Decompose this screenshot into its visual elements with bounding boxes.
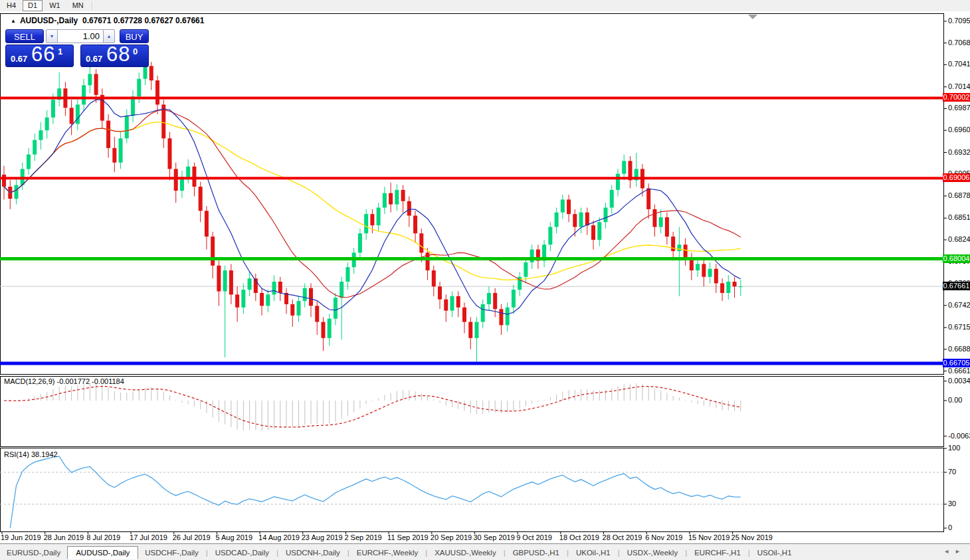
chart-tab-eurusd-daily[interactable]: EURUSD-,Daily (0, 547, 67, 559)
rsi-axis-label: 100 (948, 444, 960, 452)
macd-axis-label: -0.00637 (948, 432, 970, 440)
date-axis-label: 23 Aug 2019 (302, 533, 343, 541)
price-axis-label: 0.67150 (948, 323, 970, 331)
chart-symbol-label: AUDUSD-,Daily (20, 16, 78, 25)
price-axis-label: 0.68240 (948, 235, 970, 243)
rsi-axis-label: 30 (948, 500, 956, 508)
price-axis-label: 0.66880 (948, 345, 970, 353)
buy-price-prefix: 0.67 (86, 54, 102, 64)
rsi-axis-label: 0 (948, 523, 952, 531)
rsi-axis-label: 70 (948, 468, 956, 476)
date-axis-label: 28 Jun 2019 (44, 533, 84, 541)
date-axis-label: 19 Jun 2019 (1, 533, 41, 541)
timeframe-toolbar: H4 D1 W1 MN (0, 0, 970, 12)
timeframe-button-w1[interactable]: W1 (44, 0, 66, 11)
chart-tab-usdcnh-daily[interactable]: USDCNH-,Daily (279, 547, 347, 559)
price-axis-label: 0.69600 (948, 126, 970, 134)
volume-input[interactable]: 1.00 (58, 29, 103, 43)
chart-tab-usoil-h1[interactable]: USOil-,H1 (751, 547, 799, 559)
level-price-tag: 0.68004 (943, 254, 970, 263)
chart-title: ▲AUDUSD-,Daily 0.67671 0.67728 0.67627 0… (11, 16, 204, 25)
chart-tab-audusd-daily[interactable]: AUDUSD-,Daily (67, 546, 138, 559)
chart-tab-gbpusd-h1[interactable]: GBPUSD-,H1 (506, 547, 566, 559)
timeframe-button-d1[interactable]: D1 (23, 0, 43, 11)
chart-tab-xauusd-weekly[interactable]: XAUUSD-,Weekly (428, 547, 502, 559)
date-axis-label: 18 Oct 2019 (559, 533, 599, 541)
tab-scroll-right-icon[interactable]: ► (955, 548, 966, 555)
price-axis-label: 0.68785 (948, 191, 970, 199)
sell-price-sup: 1 (58, 47, 62, 56)
price-axis-label: 0.69325 (948, 148, 970, 156)
chart-tab-eurchf-h1[interactable]: EURCHF-,H1 (688, 547, 747, 559)
date-axis-label: 20 Sep 2019 (431, 533, 472, 541)
price-axis-label: 0.67425 (948, 301, 970, 309)
chart-tab-ukoil-h1[interactable]: UKOil-,H1 (569, 547, 617, 559)
price-axis-label: 0.69870 (948, 104, 970, 112)
chart-tab-usdcad-daily[interactable]: USDCAD-,Daily (209, 547, 276, 559)
timeframe-button-mn[interactable]: MN (67, 0, 89, 11)
buy-price-big: 68 (106, 43, 130, 66)
level-price-tag: 0.70002 (943, 93, 970, 102)
mt4-window: H4 D1 W1 MN ▲AUDUSD-,Daily 0.67671 0.677… (0, 0, 970, 560)
chart-expand-icon[interactable]: ▲ (11, 18, 16, 24)
chart-tab-bar: EURUSD-,DailyAUDUSD-,DailyUSDCHF-,Daily|… (0, 543, 970, 560)
date-axis-label: 2 Sep 2019 (344, 533, 381, 541)
date-axis-label: 5 Aug 2019 (215, 533, 252, 541)
price-axis-label: 0.70955 (948, 17, 970, 25)
macd-axis-label: 0.00 (948, 396, 962, 404)
tab-scroll-left-icon[interactable]: ◄ (943, 548, 955, 555)
chart-area: ▲AUDUSD-,Daily 0.67671 0.67728 0.67627 0… (0, 11, 970, 543)
macd-indicator-label: MACD(12,26,9) -0.001772 -0.001184 (4, 377, 124, 385)
date-axis-label: 8 Jul 2019 (86, 533, 120, 541)
price-axis-label: 0.70685 (948, 39, 970, 47)
price-axis-label: 0.70140 (948, 82, 970, 90)
date-axis-label: 9 Oct 2019 (516, 533, 552, 541)
chart-canvas[interactable] (0, 11, 970, 543)
chart-ohlc-values: 0.67671 0.67728 0.67627 0.67661 (82, 16, 205, 25)
date-axis-label: 6 Nov 2019 (645, 533, 682, 541)
volume-increase-icon[interactable]: ▲ (103, 29, 115, 43)
price-axis-label: 0.68510 (948, 213, 970, 221)
toolbar-separator (92, 1, 93, 10)
date-axis-label: 17 Jul 2019 (130, 533, 167, 541)
one-click-trading-widget: SELL ▼ 1.00 ▲ BUY 0.67 66 1 0.67 68 0 (5, 29, 149, 67)
date-axis-label: 11 Sep 2019 (387, 533, 429, 541)
date-axis-label: 15 Nov 2019 (688, 533, 729, 541)
timeframe-button-h4[interactable]: H4 (1, 0, 21, 11)
chart-tab-usdx-weekly[interactable]: USDX-,Weekly (621, 547, 684, 559)
sell-price-panel[interactable]: 0.67 66 1 (5, 45, 74, 67)
date-axis-label: 25 Nov 2019 (731, 533, 773, 541)
buy-price-sup: 0 (133, 47, 138, 56)
tab-scroll-arrows[interactable]: ◄► (943, 548, 966, 555)
level-price-tag: 0.69006 (943, 173, 970, 182)
date-axis-label: 26 Jul 2019 (173, 533, 211, 541)
sell-price-prefix: 0.67 (11, 54, 27, 64)
chart-tab-usdchf-daily[interactable]: USDCHF-,Daily (138, 547, 205, 559)
buy-button[interactable]: BUY (120, 29, 149, 43)
current-price-tag: 0.67661 (943, 282, 970, 290)
buy-price-panel[interactable]: 0.67 68 0 (80, 45, 149, 67)
volume-decrease-icon[interactable]: ▼ (46, 29, 58, 43)
date-axis-label: 28 Oct 2019 (603, 533, 642, 541)
rsi-indicator-label: RSI(14) 38.1942 (4, 450, 58, 458)
sell-price-big: 66 (31, 43, 55, 66)
price-axis-label: 0.70415 (948, 60, 970, 68)
level-price-tag: 0.66705 (943, 359, 970, 367)
macd-axis-label: 0.00349 (948, 377, 970, 385)
sell-button[interactable]: SELL (5, 29, 44, 43)
price-axis-label: 0.66610 (948, 367, 970, 375)
date-axis-label: 30 Sep 2019 (473, 533, 514, 541)
chart-tab-eurchf-weekly[interactable]: EURCHF-,Weekly (350, 547, 425, 559)
date-axis-label: 14 Aug 2019 (258, 533, 300, 541)
